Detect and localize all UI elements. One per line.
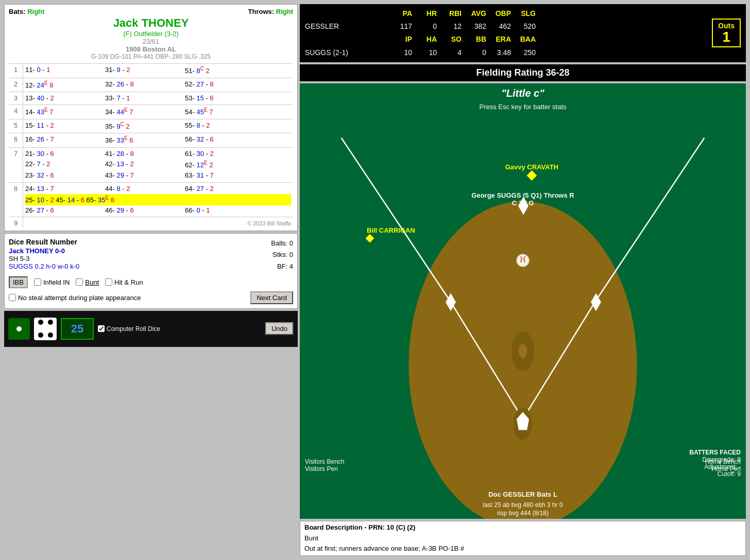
batter-rbi: 12 — [437, 20, 462, 33]
suggs-name: George SUGGS (5 Q1) Throws R — [471, 191, 574, 199]
pitcher-name: SUGGS (2-1) — [305, 46, 387, 59]
batter-stats-1: last 25 ab bvg 480 ebh 3 hr 0 — [483, 501, 562, 509]
home-bench: Home Bench Home Pen — [705, 458, 741, 472]
player-card: Bats: Right Throws: Right Jack THONEY (F… — [4, 4, 298, 231]
pitcher-ha: 10 — [412, 46, 437, 59]
fielding-rating-header: Fielding Rating 36-28 — [300, 64, 746, 81]
row-label-5: 5 — [9, 119, 23, 133]
pitcher-era: 3.48 — [486, 46, 511, 59]
batters-faced-title: BATTERS FACED — [689, 449, 741, 456]
header-obp: OBP — [486, 7, 511, 20]
bats-value: Right — [27, 8, 44, 15]
row-content-7: 21- 30 - 6 41- 28 - 8 61- 30 - 2 22- 7 -… — [23, 148, 293, 182]
infield-in-check[interactable] — [34, 278, 41, 286]
hit-run-check[interactable] — [105, 278, 112, 286]
carrigan-diamond — [366, 234, 374, 242]
bf-label: BF: — [277, 262, 287, 270]
header-pa: PA — [387, 7, 412, 20]
visitors-bench: Visitors Bench Visitors Pen — [305, 458, 344, 472]
no-steal-label: No steal attempt during plate appearance — [18, 294, 141, 302]
balls-value: 0 — [289, 239, 293, 247]
hit-run-checkbox[interactable]: Hit & Run — [105, 278, 143, 286]
batter-stats: 117 0 12 382 462 520 — [387, 20, 536, 33]
board-description: Board Description - PRN: 10 (C) (2) Bunt… — [300, 521, 746, 556]
dice-right-stats: Balls: 0 Stks: 0 BF: 4 — [271, 238, 293, 272]
right-panel: PA HR RBI AVG OBP SLG GESSLER 117 0 12 — [300, 4, 746, 556]
batter-name: GESSLER — [305, 20, 387, 33]
result-number: 25 — [61, 318, 94, 340]
infield-in-checkbox[interactable]: Infield IN — [34, 278, 70, 286]
board-desc-line2: Out at first; runners advance one base; … — [304, 544, 741, 554]
header-era: ERA — [486, 33, 511, 46]
bf-value: 4 — [289, 262, 293, 270]
card-row-1: 1 11- 0 - 1 31- 9 - 2 51- 8C 2 — [9, 63, 293, 77]
computer-roll-text: Computer Roll Dice — [107, 325, 160, 332]
dice-panel: Dice Result Number Jack THONEY 0-0 SH 5-… — [4, 233, 298, 308]
row-content-8: 24- 13 - 7 44- 8 - 2 64- 27 - 2 25- 10 -… — [23, 183, 293, 217]
cravath-area: Gavvy CRAVATH — [505, 163, 558, 180]
header-slg: SLG — [511, 7, 536, 20]
dice-controls: IBB Infield IN Bunt Hit & Run — [9, 276, 293, 288]
suggs-sub: C ZZ G — [471, 199, 574, 207]
white-dot — [16, 326, 22, 331]
bats-label: Bats: Right — [9, 8, 44, 15]
header-hr: HR — [412, 7, 437, 20]
hit-run-label: Hit & Run — [114, 278, 143, 286]
row-label-9: 9 — [9, 217, 23, 227]
bottom-bar: 25 Computer Roll Dice Undo — [4, 311, 298, 347]
row-content-6: 16- 26 - 7 36- 33E 6 56- 32 - 6 — [23, 133, 293, 147]
bunt-check[interactable] — [76, 278, 83, 286]
home-pen-label: Home Pen — [705, 465, 741, 472]
left-panel: Bats: Right Throws: Right Jack THONEY (F… — [4, 4, 298, 556]
field-svg — [300, 83, 746, 519]
ibb-button[interactable]: IBB — [9, 276, 28, 288]
carrigan-name: Bill CARRIGAN — [367, 226, 415, 234]
header-avg: AVG — [462, 7, 486, 20]
board-desc-title: Board Description - PRN: 10 (C) (2) — [304, 523, 741, 531]
row-content-3: 13- 40 - 2 33- 7 - 1 53- 15 - 6 — [23, 92, 293, 104]
stks-value: 0 — [289, 251, 293, 258]
batter-score-row: GESSLER 117 0 12 382 462 520 — [305, 20, 707, 33]
dice-pitcher: SUGGS 0.2 h-0 w-0 k-0 — [9, 262, 79, 270]
dice-dot-3 — [38, 332, 43, 338]
row-label-3: 3 — [9, 92, 23, 104]
undo-button[interactable]: Undo — [265, 322, 294, 335]
dice-face — [34, 318, 57, 340]
card-row-3: 3 13- 40 - 2 33- 7 - 1 53- 15 - 6 — [9, 92, 293, 104]
pitcher-stats: 10 10 4 0 3.48 250 — [387, 46, 536, 59]
suggs-area: George SUGGS (5 Q1) Throws R C ZZ G — [471, 191, 574, 207]
card-row-5: 5 15- 11 - 2 35- 9C 2 55- 8 - 2 — [9, 119, 293, 133]
no-steal-check[interactable] — [9, 294, 16, 301]
no-steal-row: No steal attempt during plate appearance… — [9, 291, 293, 304]
computer-roll-label[interactable]: Computer Roll Dice — [98, 325, 160, 332]
batter-stats-2: risp bvg 444 (8/18) — [497, 510, 549, 517]
pitcher-baa: 250 — [511, 46, 536, 59]
little-c-title: "Little c" — [501, 87, 544, 99]
row-content-5: 15- 11 - 2 35- 9C 2 55- 8 - 2 — [23, 119, 293, 133]
dice-dot-4 — [48, 332, 53, 338]
throws-label: Throws: Right — [248, 8, 293, 15]
board-desc-line1: Bunt — [304, 533, 741, 544]
no-steal-checkbox[interactable]: No steal attempt during plate appearance — [9, 294, 141, 302]
carrigan-area: Bill CARRIGAN — [367, 226, 415, 241]
next-card-button[interactable]: Next Card — [250, 291, 293, 304]
bunt-checkbox[interactable]: Bunt — [76, 278, 99, 286]
row-content-9: © 2023 Bill Staffa — [23, 217, 293, 227]
pitcher-score-row: SUGGS (2-1) 10 10 4 0 3.48 250 — [305, 46, 707, 59]
computer-roll-checkbox[interactable] — [98, 325, 105, 332]
field-area: "Little c" Press Esc key for batter stat… — [300, 83, 746, 519]
outs-box: Outs 1 — [712, 19, 741, 47]
card-rows: 1 11- 0 - 1 31- 9 - 2 51- 8C 2 2 — [9, 63, 293, 227]
pitcher-ip: 10 — [387, 46, 412, 59]
card-row-6: 6 16- 26 - 7 36- 33E 6 56- 32 - 6 — [9, 133, 293, 147]
svg-point-9 — [519, 344, 527, 358]
header-rbi: RBI — [437, 7, 462, 20]
home-bench-label: Home Bench — [705, 458, 741, 465]
stks-label: Stks: — [272, 251, 287, 258]
player-position: (F) Outfielder (3-2) — [9, 30, 293, 38]
score-teams: PA HR RBI AVG OBP SLG GESSLER 117 0 12 — [305, 7, 707, 59]
header-bb: BB — [462, 33, 486, 46]
visitors-bench-label: Visitors Bench — [305, 458, 344, 465]
pitcher-bb: 0 — [462, 46, 486, 59]
cravath-name: Gavvy CRAVATH — [505, 163, 558, 171]
